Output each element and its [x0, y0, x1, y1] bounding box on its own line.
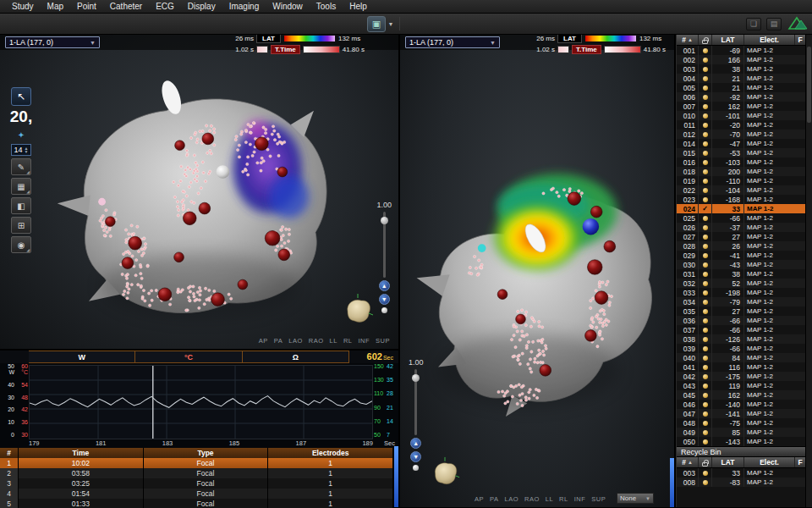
orientation-label[interactable]: LAO	[504, 495, 518, 503]
point-row[interactable]: 014 -47 MAP 1-2	[677, 139, 805, 148]
zoom-out-button[interactable]: ▼	[410, 451, 421, 462]
menu-item[interactable]: Window	[266, 2, 310, 11]
extra-column-header[interactable]: F	[795, 35, 805, 45]
point-row[interactable]: 026 -37 MAP 1-2	[677, 223, 805, 232]
point-row[interactable]: 027 27 MAP 1-2	[677, 232, 805, 241]
orientation-label[interactable]: SUP	[591, 495, 606, 503]
lock-column-header[interactable]	[699, 35, 712, 45]
menu-item[interactable]: Map	[41, 2, 70, 11]
point-row[interactable]: 029 -41 MAP 1-2	[677, 251, 805, 260]
point-row[interactable]: 037 -66 MAP 1-2	[677, 325, 805, 334]
lat-column-header[interactable]: LAT	[712, 457, 744, 467]
point-row[interactable]: 010 -101 MAP 1-2	[677, 111, 805, 120]
zoom-reset-dot[interactable]	[413, 465, 419, 471]
orientation-label[interactable]: PA	[274, 337, 283, 345]
point-row[interactable]: 005 21 MAP 1-2	[677, 83, 805, 92]
menu-item[interactable]: Study	[5, 2, 41, 11]
point-row[interactable]: 002 166 MAP 1-2	[677, 55, 805, 64]
point-row[interactable]: 040 84 MAP 1-2	[677, 353, 805, 362]
point-row[interactable]: 006 -92 MAP 1-2	[677, 92, 805, 102]
lock-column-header[interactable]	[699, 457, 712, 467]
orientation-label[interactable]: INF	[358, 337, 370, 345]
orientation-label[interactable]: LL	[330, 337, 337, 345]
map-viewport-left[interactable]: 1-LA (177, 0)▼ 26 ms LAT 132 ms 1.02 s	[0, 35, 398, 349]
zoom-slider[interactable]	[383, 212, 386, 278]
electrode-column-header[interactable]: Elect.	[744, 35, 795, 45]
menu-item[interactable]: Tools	[310, 2, 343, 11]
fill-threshold-stepper[interactable]: 14▲▼	[11, 144, 31, 156]
point-row[interactable]: 012 -70 MAP 1-2	[677, 130, 805, 139]
ablation-row[interactable]: 1 10:02 Focal 1	[0, 458, 393, 468]
point-row[interactable]: 023 -168 MAP 1-2	[677, 195, 805, 204]
orientation-label[interactable]: SUP	[376, 337, 390, 345]
point-row[interactable]: 036 -66 MAP 1-2	[677, 316, 805, 325]
point-row[interactable]: 035 27 MAP 1-2	[677, 306, 805, 316]
point-row[interactable]: 032 52 MAP 1-2	[677, 279, 805, 288]
orientation-label[interactable]: PA	[490, 495, 498, 503]
snapshot-button[interactable]: ▣	[367, 16, 386, 32]
point-row[interactable]: 047 -141 MAP 1-2	[677, 409, 805, 418]
recycled-point-row[interactable]: 003 33 MAP 1-2	[677, 468, 805, 478]
recycled-point-row[interactable]: 008 -83 MAP 1-2	[677, 478, 805, 487]
electrode-column-header[interactable]: Elect.	[744, 457, 795, 467]
menu-item[interactable]: Point	[70, 2, 103, 11]
number-column-header[interactable]: #▲	[677, 35, 699, 45]
point-row[interactable]: 033 -198 MAP 1-2	[677, 288, 805, 297]
orientation-reference-heart[interactable]	[429, 456, 461, 489]
point-row[interactable]: 003 38 MAP 1-2	[677, 64, 805, 74]
recycle-bin-header[interactable]: Recycle Bin	[677, 446, 805, 457]
zoom-reset-dot[interactable]	[381, 307, 387, 313]
select-cursor-button[interactable]: ↖	[11, 87, 31, 106]
heart-model-posterior[interactable]	[405, 114, 669, 453]
point-row[interactable]: 024 33 MAP 1-2	[677, 204, 805, 213]
clip-tool-button[interactable]: ◧	[11, 197, 31, 214]
map-selector-dropdown[interactable]: 1-LA (177, 0)▼	[5, 36, 100, 48]
zoom-out-button[interactable]: ▼	[379, 294, 390, 305]
orientation-label[interactable]: AP	[475, 495, 484, 503]
orientation-label[interactable]: INF	[574, 495, 586, 503]
lat-column-header[interactable]: LAT	[712, 35, 744, 45]
point-row[interactable]: 050 -143 MAP 1-2	[677, 437, 805, 446]
point-row[interactable]: 025 -66 MAP 1-2	[677, 213, 805, 223]
point-row[interactable]: 038 -126 MAP 1-2	[677, 334, 805, 344]
ablation-row[interactable]: 3 03:25 Focal 1	[0, 478, 393, 489]
visibility-filter-dropdown[interactable]: None▼	[617, 493, 654, 504]
orientation-label[interactable]: LL	[546, 495, 553, 503]
heart-model-anterior[interactable]	[9, 46, 390, 338]
menu-item[interactable]: Help	[343, 2, 374, 11]
map-viewport-posterior[interactable]: 1-LA (177, 0)▼ 26 ms LAT 132 ms 1.02 s	[400, 35, 674, 507]
orientation-label[interactable]: RAO	[309, 337, 324, 345]
ablation-row[interactable]: 5 01:33 Focal 1	[0, 499, 393, 508]
snapshot-dropdown-caret[interactable]: ▼	[387, 16, 395, 32]
menu-item[interactable]: Imaging	[222, 2, 266, 11]
orientation-label[interactable]: RL	[559, 495, 568, 503]
map-selector-dropdown[interactable]: 1-LA (177, 0)▼	[405, 36, 500, 48]
point-row[interactable]: 039 -66 MAP 1-2	[677, 344, 805, 353]
point-row[interactable]: 016 -103 MAP 1-2	[677, 157, 805, 167]
orientation-reference-heart[interactable]	[341, 293, 375, 327]
point-row[interactable]: 042 -175 MAP 1-2	[677, 372, 805, 381]
fill-threshold-button[interactable]: ✦	[13, 128, 30, 141]
point-row[interactable]: 022 -104 MAP 1-2	[677, 185, 805, 195]
point-row[interactable]: 048 -75 MAP 1-2	[677, 418, 805, 428]
orientation-label[interactable]: RAO	[524, 495, 540, 503]
tag-tool-button[interactable]: ◉◢	[11, 236, 31, 253]
point-row[interactable]: 030 -43 MAP 1-2	[677, 260, 805, 269]
point-row[interactable]: 018 200 MAP 1-2	[677, 167, 805, 176]
point-row[interactable]: 004 21 MAP 1-2	[677, 74, 805, 83]
point-row[interactable]: 011 -20 MAP 1-2	[677, 120, 805, 130]
zoom-in-button[interactable]: ▲	[379, 280, 390, 291]
point-row[interactable]: 015 -53 MAP 1-2	[677, 148, 805, 157]
point-row[interactable]: 034 -79 MAP 1-2	[677, 297, 805, 306]
orientation-label[interactable]: RL	[343, 337, 353, 345]
window-tool-button[interactable]: ❏	[746, 18, 761, 30]
point-row[interactable]: 019 -110 MAP 1-2	[677, 176, 805, 185]
point-row[interactable]: 007 162 MAP 1-2	[677, 102, 805, 111]
ablation-table-scrollbar[interactable]	[394, 446, 398, 507]
menu-item[interactable]: Catheter	[103, 2, 149, 11]
orientation-label[interactable]: LAO	[288, 337, 303, 345]
point-row[interactable]: 045 162 MAP 1-2	[677, 390, 805, 400]
points-list-scrollbar[interactable]	[805, 35, 812, 507]
point-row[interactable]: 028 26 MAP 1-2	[677, 241, 805, 251]
zoom-slider[interactable]	[414, 369, 417, 435]
